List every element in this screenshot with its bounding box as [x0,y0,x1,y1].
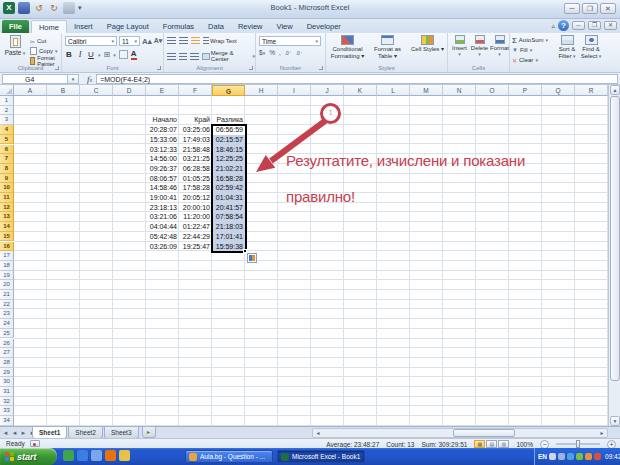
tray-icon-6[interactable] [594,453,601,460]
cell-F6[interactable]: 21:58:48 [179,145,212,155]
orientation-icon[interactable] [191,37,200,44]
workbook-close-button[interactable]: ✕ [604,21,617,30]
row-header-19[interactable]: 19 [0,271,14,281]
page-layout-view-button[interactable]: ▤ [486,440,497,448]
column-header-E[interactable]: E [146,85,179,96]
cell-F5[interactable]: 17:49:03 [179,135,212,145]
cell-F14[interactable]: 01:22:47 [179,222,212,232]
row-header-26[interactable]: 26 [0,339,14,349]
cell-F7[interactable]: 03:21:25 [179,154,212,164]
row-header-33[interactable]: 33 [0,406,14,416]
align-top-icon[interactable] [167,37,176,44]
ribbon-tab-home[interactable]: Home [31,20,67,33]
row-header-21[interactable]: 21 [0,290,14,300]
quick-launch-firefox-icon[interactable] [105,450,116,461]
task-button-2[interactable]: Microsoft Excel - Book1 [277,450,365,463]
row-header-31[interactable]: 31 [0,387,14,397]
minimize-button[interactable]: ─ [564,3,580,14]
autosum-button[interactable]: ΣAutoSum▾ [512,35,548,45]
row-header-2[interactable]: 2 [0,106,14,116]
comma-icon[interactable]: , [279,49,281,56]
increase-decimal-icon[interactable]: .0⁺ [285,50,292,56]
column-header-A[interactable]: A [14,85,47,96]
tray-icon-1[interactable] [549,453,556,460]
ribbon-tab-data[interactable]: Data [201,20,231,33]
insert-function-icon[interactable]: fx [87,74,92,84]
fill-button[interactable]: ▼Fill▾ [512,45,548,55]
ribbon-tab-formulas[interactable]: Formulas [156,20,201,33]
task-button-1[interactable]: Aula.bg - Question - ... [185,450,273,463]
ribbon-tab-file[interactable]: File [2,20,29,33]
font-name-combo[interactable]: Calibri▾ [65,36,117,46]
cells-format-button[interactable]: Format▾ [490,35,509,57]
cell-E15[interactable]: 05:42:48 [146,232,179,242]
macro-record-icon[interactable] [30,440,40,447]
scroll-left-icon[interactable]: ◄ [313,429,323,437]
align-right-icon[interactable] [190,53,199,60]
column-header-C[interactable]: C [80,85,113,96]
borders-icon[interactable]: ⊞ [104,50,111,59]
cell-E7[interactable]: 14:56:00 [146,154,179,164]
row-header-18[interactable]: 18 [0,261,14,271]
row-header-24[interactable]: 24 [0,319,14,329]
format-as-table-button[interactable]: Format as Table ▾ [368,35,407,59]
clipboard-dialog-launcher[interactable] [55,66,59,70]
row-header-13[interactable]: 13 [0,212,14,222]
cell-E12[interactable]: 23:18:13 [146,203,179,213]
ribbon-tab-page-layout[interactable]: Page Layout [100,20,156,33]
row-header-32[interactable]: 32 [0,397,14,407]
row-header-17[interactable]: 17 [0,251,14,261]
workbook-minimize-button[interactable]: ─ [572,21,585,30]
sort-filter-button[interactable]: Sort & Filter ▾ [554,35,580,59]
row-header-11[interactable]: 11 [0,193,14,203]
quick-launch-green-app-icon[interactable] [63,450,74,461]
row-header-1[interactable]: 1 [0,96,14,106]
column-header-N[interactable]: N [443,85,476,96]
normal-view-button[interactable]: ▦ [474,440,485,448]
align-left-icon[interactable] [167,53,176,60]
column-header-P[interactable]: P [509,85,542,96]
name-box[interactable]: G4 [2,74,68,84]
row-header-3[interactable]: 3 [0,115,14,125]
number-format-combo[interactable]: Time▾ [259,36,321,46]
row-header-12[interactable]: 12 [0,203,14,213]
column-header-R[interactable]: R [575,85,608,96]
underline-button[interactable]: U [87,50,95,60]
ribbon-tab-review[interactable]: Review [231,20,270,33]
column-header-F[interactable]: F [179,85,212,96]
quick-launch-blue-app-icon[interactable] [91,450,102,461]
conditional-formatting-button[interactable]: Conditional Formatting ▾ [328,35,367,59]
tray-icon-5[interactable] [585,453,592,460]
scroll-right-icon[interactable]: ► [597,429,607,437]
row-header-23[interactable]: 23 [0,309,14,319]
ribbon-tab-developer[interactable]: Developer [300,20,348,33]
quick-launch-internet-explorer-icon[interactable] [77,450,88,461]
column-header-L[interactable]: L [377,85,410,96]
insert-worksheet-icon[interactable]: ▸ [142,427,156,438]
table-header-cell[interactable]: Начало [146,115,179,125]
row-header-14[interactable]: 14 [0,222,14,232]
align-middle-icon[interactable] [179,37,188,44]
italic-button[interactable]: I [76,50,84,60]
cell-E5[interactable]: 15:33:06 [146,135,179,145]
select-all-corner[interactable] [0,85,14,96]
workbook-restore-button[interactable]: ❐ [588,21,601,30]
column-header-Q[interactable]: Q [542,85,575,96]
row-header-4[interactable]: 4 [0,125,14,135]
bold-button[interactable]: B [65,50,73,60]
horizontal-scrollbar[interactable]: ◄ ► [312,428,608,438]
name-box-dropdown-icon[interactable]: ▾ [68,74,79,84]
cell-E10[interactable]: 14:58:46 [146,183,179,193]
accounting-format-icon[interactable]: $▾ [259,49,265,56]
cut-button[interactable]: ✂Cut [30,36,61,46]
wrap-text-button[interactable]: Wrap Text [203,37,237,44]
close-button[interactable]: ✕ [600,3,616,14]
vertical-scroll-thumb[interactable] [610,96,620,381]
cell-F13[interactable]: 11:20:00 [179,212,212,222]
tray-icon-2[interactable] [558,453,565,460]
vertical-scrollbar[interactable]: ▲ ▼ [608,85,620,426]
column-header-O[interactable]: O [476,85,509,96]
autofill-options-tag[interactable] [247,253,257,263]
row-header-6[interactable]: 6 [0,145,14,155]
row-header-9[interactable]: 9 [0,174,14,184]
